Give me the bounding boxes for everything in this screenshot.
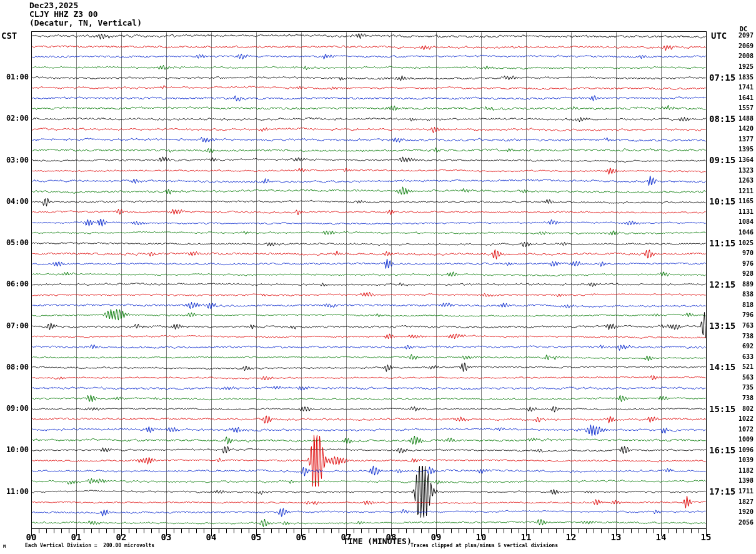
dc-offset-value: 818 bbox=[719, 301, 754, 308]
dc-offset-value: 1395 bbox=[719, 146, 754, 153]
clipping-note: Traces clipped at plus/minus 5 vertical … bbox=[410, 543, 558, 548]
x-axis-title: TIME (MINUTES) bbox=[339, 536, 416, 546]
dc-offset-value: 1211 bbox=[719, 188, 754, 194]
dc-offset-value: 1557 bbox=[719, 104, 754, 111]
dc-offset-value: 735 bbox=[719, 384, 754, 391]
dc-offset-value: 1165 bbox=[719, 198, 754, 204]
left-hour-label: 08:00 bbox=[0, 363, 29, 371]
dc-offset-value: 1046 bbox=[719, 229, 754, 236]
dc-offset-value: 1182 bbox=[719, 467, 754, 474]
dc-offset-value: 738 bbox=[719, 333, 754, 340]
x-tick-label: 01 bbox=[64, 532, 89, 542]
title-station: CLJY HHZ Z3 00 bbox=[29, 10, 98, 19]
dc-offset-value: 1827 bbox=[719, 498, 754, 505]
dc-offset-value: 1711 bbox=[719, 488, 754, 495]
left-hour-label: 03:00 bbox=[0, 156, 29, 164]
dc-offset-value: 1009 bbox=[719, 436, 754, 443]
dc-offset-value: 889 bbox=[719, 281, 754, 288]
dc-offset-value: 838 bbox=[719, 291, 754, 298]
dc-offset-value: 802 bbox=[719, 405, 754, 412]
dc-offset-value: 1420 bbox=[719, 125, 754, 132]
x-tick-label: 10 bbox=[469, 532, 494, 542]
dc-offset-value: 1488 bbox=[719, 115, 754, 122]
dc-offset-value: 1022 bbox=[719, 415, 754, 422]
dc-offset-value: 1072 bbox=[719, 426, 754, 433]
dc-offset-value: 1025 bbox=[719, 239, 754, 246]
left-hour-label: 05:00 bbox=[0, 238, 29, 247]
dc-offset-value: 521 bbox=[719, 363, 754, 370]
dc-offset-value: 1323 bbox=[719, 167, 754, 174]
x-tick-label: 00 bbox=[19, 532, 44, 542]
dc-offset-value: 738 bbox=[719, 395, 754, 401]
dc-offset-value: 1741 bbox=[719, 84, 754, 91]
dc-offset-value: 2069 bbox=[719, 43, 754, 49]
dc-offset-value: 1398 bbox=[719, 477, 754, 484]
x-tick-label: 15 bbox=[694, 532, 719, 542]
dc-offset-value: 1377 bbox=[719, 136, 754, 143]
left-hour-label: 10:00 bbox=[0, 445, 29, 454]
x-tick-label: 02 bbox=[109, 532, 134, 542]
dc-offset-value: 692 bbox=[719, 343, 754, 350]
corner-mark: M bbox=[3, 544, 6, 549]
x-tick-label: 03 bbox=[154, 532, 179, 542]
dc-offset-value: 2056 bbox=[719, 519, 754, 526]
dc-offset-value: 2008 bbox=[719, 53, 754, 59]
dc-offset-value: 1096 bbox=[719, 446, 754, 453]
left-hour-label: 04:00 bbox=[0, 197, 29, 206]
x-tick-label: 04 bbox=[199, 532, 224, 542]
dc-offset-value: 970 bbox=[719, 249, 754, 256]
helicorder-page: Dec23,2025 CLJY HHZ Z3 00 (Decatur, TN, … bbox=[0, 0, 756, 554]
left-hour-label: 06:00 bbox=[0, 280, 29, 288]
x-tick-label: 14 bbox=[649, 532, 674, 542]
dc-offset-value: 1364 bbox=[719, 156, 754, 163]
dc-offset-value: 2097 bbox=[719, 32, 754, 39]
dc-offset-value: 1641 bbox=[719, 94, 754, 101]
x-tick-label: 13 bbox=[604, 532, 629, 542]
dc-offset-value: 1835 bbox=[719, 74, 754, 81]
x-tick-label: 05 bbox=[244, 532, 269, 542]
dc-offset-value: 1039 bbox=[719, 456, 754, 463]
dc-offset-value: 1925 bbox=[719, 63, 754, 70]
dc-offset-value: 633 bbox=[719, 353, 754, 360]
x-tick-label: 11 bbox=[514, 532, 539, 542]
x-tick-label: 12 bbox=[559, 532, 584, 542]
left-hour-label: 01:00 bbox=[0, 73, 29, 81]
title-location: (Decatur, TN, Vertical) bbox=[29, 19, 142, 28]
left-hour-label: 09:00 bbox=[0, 404, 29, 413]
x-tick-label: 06 bbox=[289, 532, 314, 542]
left-hour-label: 11:00 bbox=[0, 487, 29, 496]
dc-offset-value: 976 bbox=[719, 260, 754, 267]
left-axis-header-cst: CST bbox=[1, 31, 17, 41]
x-tick-label: 09 bbox=[424, 532, 449, 542]
dc-offset-value: 1920 bbox=[719, 508, 754, 515]
seismogram-plot bbox=[0, 0, 756, 554]
dc-offset-value: 1084 bbox=[719, 218, 754, 225]
dc-offset-value: 1263 bbox=[719, 177, 754, 184]
dc-offset-value: 1131 bbox=[719, 208, 754, 215]
dc-offset-value: 796 bbox=[719, 311, 754, 318]
dc-offset-value: 763 bbox=[719, 322, 754, 329]
left-hour-label: 02:00 bbox=[0, 114, 29, 123]
title-date: Dec23,2025 bbox=[29, 1, 78, 10]
vertical-division-note: Each Vertical Division = 200.00 microvol… bbox=[25, 543, 154, 548]
dc-offset-value: 563 bbox=[719, 374, 754, 381]
dc-offset-value: 928 bbox=[719, 270, 754, 277]
left-hour-label: 07:00 bbox=[0, 321, 29, 330]
